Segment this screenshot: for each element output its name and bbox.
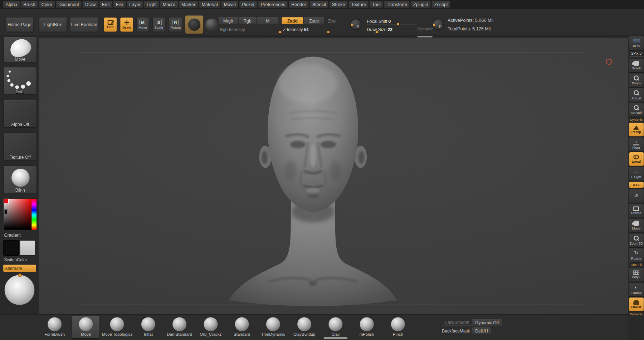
right-panel-item-floor[interactable]: ↑Floor bbox=[629, 138, 643, 151]
right-panel-item-aahalf[interactable]: AAHalf bbox=[629, 103, 643, 117]
menu-item-zplugin[interactable]: Zplugin bbox=[411, 1, 430, 8]
right-panel-item-bpr[interactable]: BPR bbox=[629, 36, 643, 50]
stroke-selector[interactable]: Dots bbox=[3, 67, 37, 95]
draw-button[interactable]: Draw bbox=[120, 18, 133, 31]
curve-handle[interactable] bbox=[351, 24, 353, 26]
right-panel-item-frame[interactable]: Frame bbox=[629, 204, 643, 218]
menu-item-macro[interactable]: Macro bbox=[160, 1, 178, 8]
primary-color-square[interactable] bbox=[3, 240, 19, 256]
texture-selector[interactable]: Texture Off bbox=[3, 133, 37, 161]
brush-claybuildup[interactable]: ClayBuildup bbox=[291, 316, 318, 338]
alternate-button[interactable]: Alternate bbox=[3, 265, 36, 272]
brush-inflat[interactable]: Inflat bbox=[135, 316, 162, 338]
right-panel-item-actual[interactable]: Actual bbox=[629, 88, 643, 102]
menu-item-color[interactable]: Color bbox=[39, 1, 55, 8]
menu-item-light[interactable]: Light bbox=[144, 1, 159, 8]
menu-item-alpha[interactable]: Alpha bbox=[3, 1, 20, 8]
right-panel-item-spix-3[interactable]: SPix 3 bbox=[629, 51, 643, 57]
color-picker[interactable] bbox=[3, 198, 37, 230]
lightbox-button[interactable]: LightBox bbox=[39, 18, 67, 31]
scale-button[interactable]: S Scale bbox=[153, 18, 165, 31]
focal-shift-slider[interactable]: Focal Shift 0 bbox=[366, 17, 416, 24]
hue-strip[interactable] bbox=[31, 199, 36, 230]
right-panel-item-persp[interactable]: Persp bbox=[629, 123, 643, 136]
right-panel-item-rotate[interactable]: ↻Rotate bbox=[629, 248, 643, 262]
material-preview-sphere[interactable] bbox=[5, 275, 35, 305]
live-boolean-button[interactable]: Live Boolean bbox=[70, 18, 98, 31]
right-panel-item-l-sym[interactable]: ↔L.Sym bbox=[629, 167, 643, 181]
brush-clay[interactable]: Clay bbox=[322, 316, 349, 338]
brush-standard[interactable]: Standard bbox=[228, 316, 255, 338]
menu-item-layer[interactable]: Layer bbox=[127, 1, 143, 8]
menu-item-transform[interactable]: Transform bbox=[384, 1, 410, 8]
menu-item-picker[interactable]: Picker bbox=[240, 1, 257, 8]
menu-item-material[interactable]: Material bbox=[199, 1, 220, 8]
shelf-scrollbar-thumb[interactable] bbox=[324, 337, 348, 339]
draw-size-slider[interactable]: Draw Size 22 bbox=[366, 25, 416, 33]
menu-item-marker[interactable]: Marker bbox=[179, 1, 198, 8]
brush-move-topological[interactable]: Move Topological bbox=[103, 316, 131, 338]
brush-trimdynamic[interactable]: TrimDynamic bbox=[260, 316, 287, 338]
right-panel-item-xyz[interactable]: XYZ bbox=[629, 182, 643, 188]
menu-item-preferences[interactable]: Preferences bbox=[258, 1, 288, 8]
right-panel-item-move[interactable]: Move bbox=[629, 219, 643, 232]
curve-handle[interactable] bbox=[433, 24, 435, 26]
z-intensity-slider[interactable]: Z Intensity 51 bbox=[282, 25, 340, 33]
slider-handle[interactable] bbox=[397, 23, 400, 25]
alpha-selector[interactable]: Alpha Off bbox=[3, 100, 37, 128]
menu-item-draw[interactable]: Draw bbox=[83, 1, 98, 8]
brush-formbrush[interactable]: FormBrush bbox=[41, 316, 68, 338]
zcut-toggle[interactable]: Zcut bbox=[325, 17, 340, 24]
secondary-color-square[interactable] bbox=[20, 240, 35, 256]
stroke-curve-widget[interactable]: S bbox=[350, 19, 361, 30]
brush-damstandard[interactable]: DamStandard bbox=[166, 316, 193, 338]
document-canvas[interactable] bbox=[39, 35, 628, 315]
slider-handle[interactable] bbox=[376, 31, 379, 34]
material-selector[interactable]: Blinn bbox=[3, 166, 37, 193]
menu-item-edit[interactable]: Edit bbox=[99, 1, 112, 8]
mrgb-toggle[interactable]: Mrgb bbox=[219, 17, 238, 24]
menu-item-texture[interactable]: Texture bbox=[349, 1, 369, 8]
brush-orb-cracks[interactable]: Orb_Cracks bbox=[197, 316, 224, 338]
menu-item-stroke[interactable]: Stroke bbox=[330, 1, 347, 8]
menu-item-zscript[interactable]: Zscript bbox=[432, 1, 450, 8]
brush-move[interactable]: Move bbox=[72, 316, 99, 338]
rotate-button[interactable]: R Rotate bbox=[169, 18, 182, 31]
brush-pinch[interactable]: Pinch bbox=[385, 316, 412, 338]
right-panel-item-zoom3d[interactable]: Zoom3D bbox=[629, 233, 643, 247]
move-button[interactable]: M Move bbox=[137, 18, 148, 31]
right-panel-item-local[interactable]: Local bbox=[629, 152, 643, 166]
sculpted-head-model[interactable] bbox=[39, 35, 628, 315]
brush-selector[interactable]: Move bbox=[3, 36, 37, 62]
right-panel-item-scroll[interactable]: Scroll bbox=[629, 59, 643, 72]
menu-item-brush[interactable]: Brush bbox=[21, 1, 38, 8]
home-page-button[interactable]: Home Page bbox=[6, 18, 33, 31]
menu-item-render[interactable]: Render bbox=[289, 1, 308, 8]
right-panel-item-zoom[interactable]: Zoom bbox=[629, 73, 643, 87]
right-panel-item-history[interactable]: ↺ bbox=[629, 189, 643, 203]
menu-item-file[interactable]: File bbox=[113, 1, 126, 8]
dynamic-off-button[interactable]: Dynamic Off bbox=[472, 319, 502, 326]
rgb-intensity-slider[interactable]: Rgb Intensity bbox=[219, 25, 280, 33]
menu-item-movie[interactable]: Movie bbox=[221, 1, 238, 8]
zadd-toggle[interactable]: Zadd bbox=[282, 17, 303, 24]
zsub-toggle[interactable]: Zsub bbox=[304, 17, 324, 24]
depth-curve-widget[interactable]: D bbox=[433, 19, 444, 30]
right-panel-item-ghost[interactable]: Ghost bbox=[629, 297, 643, 311]
m-toggle[interactable]: M bbox=[257, 17, 279, 24]
del-uh-button[interactable]: DelUH bbox=[472, 327, 491, 334]
rgb-toggle[interactable]: Rgb bbox=[239, 17, 256, 24]
brush-mpolish[interactable]: mPolish bbox=[353, 316, 380, 338]
material-light-dot[interactable] bbox=[18, 274, 22, 277]
slider-handle[interactable] bbox=[327, 31, 330, 34]
menu-item-tool[interactable]: Tool bbox=[370, 1, 383, 8]
slider-handle[interactable] bbox=[278, 31, 281, 34]
right-panel-item-polyf[interactable]: PolyF bbox=[629, 268, 643, 282]
right-panel-item-transp[interactable]: ◐Transp bbox=[629, 283, 643, 296]
current-stroke-sphere-icon[interactable] bbox=[205, 19, 218, 31]
menu-item-document[interactable]: Document bbox=[56, 1, 81, 8]
backface-mask-button[interactable]: BackfaceMask bbox=[442, 328, 470, 333]
lazy-smooth-slider[interactable]: LazySmooth bbox=[442, 320, 472, 326]
menu-item-stencil[interactable]: Stencil bbox=[310, 1, 328, 8]
current-brush-preview[interactable] bbox=[185, 16, 204, 34]
